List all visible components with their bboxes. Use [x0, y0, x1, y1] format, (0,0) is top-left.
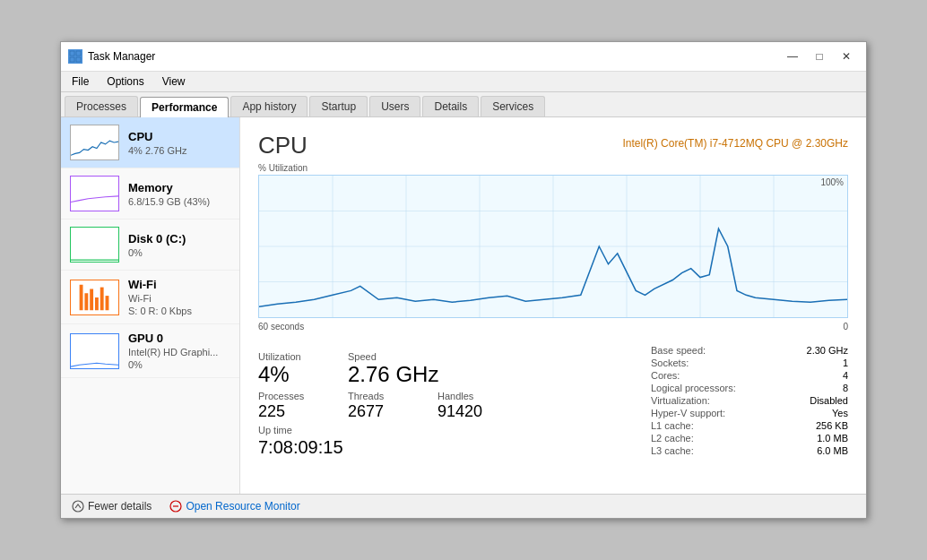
memory-sub: 6.8/15.9 GB (43%)	[128, 196, 230, 207]
cpu-info: CPU 4% 2.76 GHz	[128, 130, 230, 156]
tab-bar: Processes Performance App history Startu…	[61, 92, 866, 117]
cpu-thumbnail	[70, 125, 119, 160]
l1-key: L1 cache:	[651, 420, 694, 431]
menu-bar: File Options View	[61, 72, 866, 92]
sidebar: CPU 4% 2.76 GHz Memory 6.8/15.9 GB (43%)	[61, 117, 240, 494]
svg-rect-2	[70, 57, 74, 62]
detail-l3: L3 cache: 6.0 MB	[651, 444, 848, 457]
uptime-value: 7:08:09:15	[258, 437, 651, 458]
processes-label: Processes	[258, 391, 330, 401]
sockets-key: Sockets:	[651, 358, 689, 368]
l3-key: L3 cache:	[651, 445, 694, 456]
l1-val: 256 KB	[816, 420, 848, 431]
gpu-thumbnail	[70, 333, 119, 369]
detail-virtualization: Virtualization: Disabled	[651, 394, 848, 407]
wifi-label: Wi-Fi	[128, 278, 230, 291]
svg-point-20	[73, 501, 83, 512]
stats-row-1: Utilization 4% Speed 2.76 GHz	[258, 351, 651, 385]
menu-options[interactable]: Options	[100, 73, 151, 90]
detail-logical: Logical processors: 8	[651, 382, 848, 394]
task-manager-window: Task Manager — □ ✕ File Options View Pro…	[60, 41, 867, 519]
menu-view[interactable]: View	[155, 73, 193, 90]
chevron-up-icon	[72, 500, 84, 513]
details-grid: Base speed: 2.30 GHz Sockets: 1 Cores: 4…	[651, 344, 848, 458]
fewer-details-button[interactable]: Fewer details	[72, 500, 152, 513]
tab-details[interactable]: Details	[422, 96, 479, 116]
app-icon	[68, 49, 82, 64]
uptime-label: Up time	[258, 425, 651, 435]
sidebar-item-memory[interactable]: Memory 6.8/15.9 GB (43%)	[61, 168, 239, 220]
handles-label: Handles	[438, 391, 509, 401]
cpu-model: Intel(R) Core(TM) i7-4712MQ CPU @ 2.30GH…	[622, 137, 848, 150]
memory-thumbnail	[70, 176, 119, 211]
sidebar-item-cpu[interactable]: CPU 4% 2.76 GHz	[61, 117, 239, 168]
l3-val: 6.0 MB	[817, 445, 848, 456]
stats-row-2: Processes 225 Threads 2677 Handles 91420	[258, 391, 651, 419]
hyperv-key: Hyper-V support:	[651, 408, 725, 418]
open-resource-monitor-label[interactable]: Open Resource Monitor	[186, 500, 299, 513]
utilization-label: Utilization	[258, 351, 330, 362]
svg-rect-7	[95, 297, 99, 310]
svg-rect-4	[80, 284, 83, 310]
detail-l1: L1 cache: 256 KB	[651, 419, 848, 432]
sockets-val: 1	[843, 358, 848, 368]
cpu-sub: 4% 2.76 GHz	[128, 145, 230, 156]
sidebar-item-wifi[interactable]: Wi-Fi Wi-Fi S: 0 R: 0 Kbps	[61, 271, 239, 324]
svg-rect-3	[76, 57, 81, 62]
detail-hyperv: Hyper-V support: Yes	[651, 407, 848, 419]
wifi-sub: Wi-Fi	[128, 293, 230, 304]
tab-processes[interactable]: Processes	[65, 96, 138, 116]
l2-val: 1.0 MB	[817, 433, 848, 444]
speed-value: 2.76 GHz	[348, 364, 438, 385]
hyperv-val: Yes	[832, 408, 848, 418]
chart-zero-label: 0	[843, 322, 848, 340]
wifi-sub2: S: 0 R: 0 Kbps	[128, 306, 230, 316]
memory-label: Memory	[128, 181, 230, 194]
threads-block: Threads 2677	[348, 391, 420, 419]
svg-rect-5	[84, 293, 88, 310]
memory-info: Memory 6.8/15.9 GB (43%)	[128, 181, 230, 207]
chart-time-label: 60 seconds	[258, 322, 304, 332]
svg-rect-6	[90, 289, 93, 310]
detail-sockets: Sockets: 1	[651, 357, 848, 369]
open-resource-monitor-button[interactable]: Open Resource Monitor	[169, 500, 299, 513]
processes-value: 225	[258, 403, 330, 419]
chart-max-label: 100%	[820, 177, 844, 187]
virtualization-val: Disabled	[810, 395, 848, 406]
tab-users[interactable]: Users	[369, 96, 420, 116]
main-content: CPU 4% 2.76 GHz Memory 6.8/15.9 GB (43%)	[61, 117, 866, 494]
logical-val: 8	[843, 383, 848, 393]
tab-startup[interactable]: Startup	[309, 96, 368, 116]
l2-key: L2 cache:	[651, 433, 694, 444]
svg-rect-8	[100, 287, 104, 310]
tab-performance[interactable]: Performance	[140, 97, 229, 117]
gpu-sub: Intel(R) HD Graphi...	[128, 347, 230, 358]
window-controls: — □ ✕	[780, 47, 859, 65]
wifi-thumbnail	[70, 280, 119, 315]
utilization-block: Utilization 4%	[258, 351, 330, 385]
tab-services[interactable]: Services	[481, 96, 545, 116]
processes-block: Processes 225	[258, 391, 330, 419]
base-speed-key: Base speed:	[651, 345, 706, 356]
threads-value: 2677	[348, 403, 420, 419]
sidebar-item-disk[interactable]: Disk 0 (C:) 0%	[61, 220, 239, 271]
close-button[interactable]: ✕	[834, 47, 859, 65]
tab-app-history[interactable]: App history	[230, 96, 308, 116]
detail-l2: L2 cache: 1.0 MB	[651, 432, 848, 444]
menu-file[interactable]: File	[65, 73, 96, 90]
threads-label: Threads	[348, 391, 420, 401]
disk-thumbnail	[70, 227, 119, 263]
window-title: Task Manager	[88, 50, 780, 63]
footer-bar: Fewer details Open Resource Monitor	[61, 494, 866, 518]
performance-main-panel: CPU Intel(R) Core(TM) i7-4712MQ CPU @ 2.…	[240, 117, 866, 494]
sidebar-item-gpu[interactable]: GPU 0 Intel(R) HD Graphi... 0%	[61, 324, 239, 378]
minimize-button[interactable]: —	[780, 47, 805, 65]
cpu-chart: 100%	[258, 175, 848, 318]
maximize-button[interactable]: □	[807, 47, 832, 65]
cpu-label: CPU	[128, 130, 230, 143]
svg-rect-0	[70, 51, 74, 56]
chart-y-label: % Utilization	[258, 163, 848, 173]
wifi-info: Wi-Fi Wi-Fi S: 0 R: 0 Kbps	[128, 278, 230, 316]
cores-val: 4	[843, 370, 848, 381]
speed-block: Speed 2.76 GHz	[348, 351, 438, 385]
